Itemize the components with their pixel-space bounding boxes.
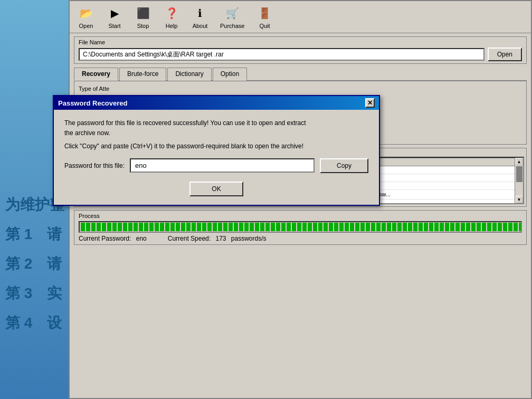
dialog-copy-button[interactable]: Copy (320, 158, 368, 173)
dialog-ok-button[interactable]: OK (189, 182, 243, 196)
password-recovered-dialog: Password Recovered ✕ The password for th… (53, 95, 380, 206)
dialog-pw-input[interactable] (130, 158, 315, 173)
dialog-msg-line3: Click "Copy" and paste (Ctrl+V) it to th… (64, 141, 368, 151)
dialog-message: The password for this file is recovered … (64, 118, 368, 152)
dialog-msg-line1: The password for this file is recovered … (64, 118, 368, 128)
dialog-body: The password for this file is recovered … (54, 110, 379, 205)
dialog-msg-line2: the archive now. (64, 128, 368, 138)
dialog-ok-row: OK (64, 182, 368, 196)
dialog-titlebar: Password Recovered ✕ (54, 96, 379, 110)
dialog-password-row: Password for this file: Copy (64, 158, 368, 173)
dialog-title: Password Recovered (58, 99, 128, 107)
modal-overlay: Password Recovered ✕ The password for th… (0, 0, 532, 399)
dialog-pw-label: Password for this file: (64, 162, 125, 169)
dialog-close-button[interactable]: ✕ (365, 98, 375, 108)
